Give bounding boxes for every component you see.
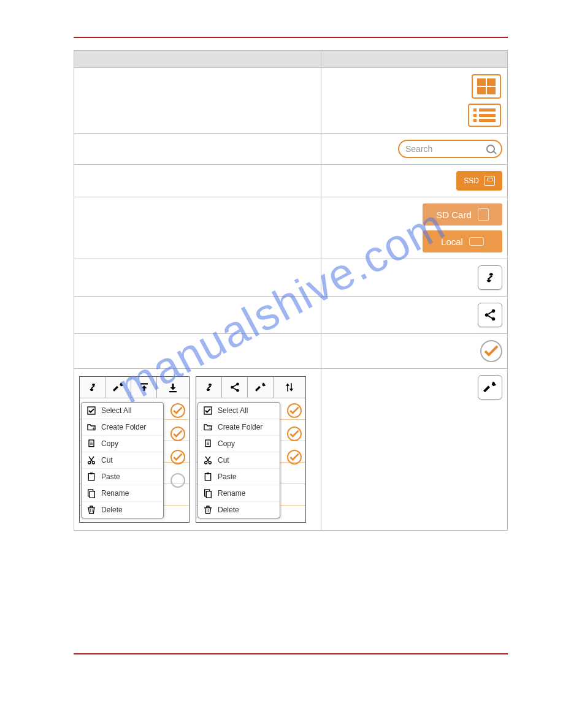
sd-card-icon [478, 208, 489, 221]
svg-text:+: + [92, 426, 95, 431]
local-label: Local [441, 237, 463, 247]
menu-cut-2[interactable]: Cut [198, 452, 280, 469]
tools-button[interactable] [478, 375, 502, 400]
tb-share-2[interactable] [222, 377, 248, 398]
menu-delete-2[interactable]: Delete [198, 502, 280, 518]
menu-copy[interactable]: Copy [82, 436, 163, 452]
tb-upload[interactable] [131, 377, 157, 398]
search-input[interactable]: Search [398, 140, 502, 158]
refresh-button[interactable] [478, 265, 502, 290]
menu-create-folder-2[interactable]: +Create Folder [198, 419, 280, 436]
ssd-button[interactable]: SSD [456, 171, 502, 191]
tb-refresh-2[interactable] [196, 377, 222, 398]
svg-rect-20 [205, 474, 210, 480]
menu-paste-2[interactable]: Paste [198, 469, 280, 485]
svg-rect-21 [207, 472, 209, 474]
menu-paste[interactable]: Paste [82, 469, 163, 485]
svg-text:+: + [209, 426, 212, 431]
phone-icon [469, 237, 484, 246]
tb-refresh[interactable] [80, 377, 105, 398]
svg-rect-9 [90, 472, 93, 474]
wrench-icon [483, 381, 497, 394]
context-menu-panel-1: Select All +Create Folder Copy Cut Paste… [79, 376, 190, 523]
svg-rect-23 [206, 491, 211, 498]
context-menu-panel-2: Select All +Create Folder Copy Cut Paste… [196, 376, 306, 523]
search-placeholder: Search [405, 144, 486, 154]
share-icon [483, 308, 497, 322]
local-button[interactable]: Local [423, 230, 502, 252]
menu-copy-2[interactable]: Copy [198, 436, 280, 452]
sd-card-button[interactable]: SD Card [423, 203, 502, 226]
menu-rename-2[interactable]: Rename [198, 485, 280, 502]
drive-icon [484, 176, 495, 186]
menu-delete[interactable]: Delete [82, 502, 163, 518]
menu-select-all[interactable]: Select All [82, 403, 163, 419]
context-menu-1[interactable]: Select All +Create Folder Copy Cut Paste… [81, 402, 164, 518]
select-button[interactable] [480, 340, 502, 362]
feature-table: Search SSD SD Card [74, 50, 508, 531]
list-view-button[interactable] [468, 104, 501, 127]
tb-sort-2[interactable] [274, 377, 305, 398]
refresh-icon [483, 271, 497, 284]
share-button[interactable] [478, 303, 502, 327]
grid-view-button[interactable] [472, 74, 501, 99]
tb-tools-2[interactable] [248, 377, 274, 398]
menu-select-all-2[interactable]: Select All [198, 403, 280, 419]
check-icon [484, 345, 499, 357]
sd-card-label: SD Card [436, 210, 472, 220]
tb-download[interactable] [157, 377, 189, 398]
tb-tools[interactable] [105, 377, 131, 398]
menu-rename[interactable]: Rename [82, 485, 163, 502]
menu-create-folder[interactable]: +Create Folder [82, 419, 163, 436]
svg-rect-11 [90, 491, 94, 498]
context-menu-2[interactable]: Select All +Create Folder Copy Cut Paste… [197, 402, 280, 518]
menu-cut[interactable]: Cut [82, 452, 163, 469]
ssd-label: SSD [464, 176, 479, 185]
svg-rect-8 [88, 474, 94, 480]
search-icon [486, 145, 495, 153]
